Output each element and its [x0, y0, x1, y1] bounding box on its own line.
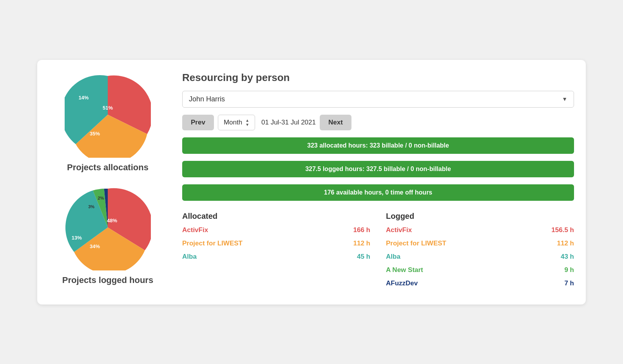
dropdown-arrow-icon: ▼: [562, 96, 567, 102]
main-card: 51% 35% 14% Projects allocations: [37, 60, 586, 305]
project-name-liwest-logged: Project for LIWEST: [386, 240, 446, 247]
list-item: ActivFix 166 h: [182, 226, 370, 234]
allocations-chart-container: 51% 35% 14% Projects allocations: [65, 72, 151, 173]
project-hours-activfix-alloc: 166 h: [353, 226, 370, 234]
next-button[interactable]: Next: [320, 115, 351, 130]
allocations-pie-svg: [65, 72, 151, 158]
project-hours-liwest-logged: 112 h: [557, 240, 574, 247]
logged-col-header: Logged: [386, 212, 574, 221]
list-item: AFuzzDev 7 h: [386, 279, 574, 287]
list-item: A New Start 9 h: [386, 266, 574, 274]
logged-chart-container: 48% 34% 13% 3% 2% Projects logged hours: [62, 184, 153, 285]
logged-column: Logged ActivFix 156.5 h Project for LIWE…: [386, 212, 574, 293]
logged-pie: 48% 34% 13% 3% 2%: [65, 184, 151, 270]
project-hours-afuzz-logged: 7 h: [564, 279, 574, 287]
period-arrows-icon: ▲▼: [245, 118, 249, 127]
project-name-activfix-logged: ActivFix: [386, 226, 412, 234]
right-panel: Resourcing by person John Harris ▼ Prev …: [182, 72, 574, 293]
project-name-afuzz-logged: AFuzzDev: [386, 279, 418, 287]
person-selector[interactable]: John Harris ▼: [182, 91, 574, 108]
logged-pie-svg: [65, 184, 151, 270]
logged-chart-title: Projects logged hours: [62, 275, 153, 285]
allocated-hours-bar: 323 allocated hours: 323 billable / 0 no…: [182, 137, 574, 154]
allocations-chart-title: Projects allocations: [67, 162, 149, 173]
allocated-column: Allocated ActivFix 166 h Project for LIW…: [182, 212, 370, 293]
period-selector[interactable]: Month ▲▼: [218, 115, 255, 130]
project-name-liwest-alloc: Project for LIWEST: [182, 240, 243, 247]
project-name-newstart-logged: A New Start: [386, 266, 423, 274]
project-hours-newstart-logged: 9 h: [564, 266, 574, 274]
page-title: Resourcing by person: [182, 72, 574, 84]
available-hours-bar: 176 available hours, 0 time off hours: [182, 184, 574, 201]
person-name: John Harris: [189, 95, 225, 103]
project-hours-alba-logged: 43 h: [561, 253, 574, 261]
list-item: Alba 45 h: [182, 253, 370, 261]
logged-hours-bar: 327.5 logged hours: 327.5 billable / 0 n…: [182, 161, 574, 177]
period-label: Month: [224, 119, 242, 126]
navigation-bar: Prev Month ▲▼ 01 Jul-31 Jul 2021 Next: [182, 115, 574, 130]
list-item: Alba 43 h: [386, 253, 574, 261]
projects-table: Allocated ActivFix 166 h Project for LIW…: [182, 212, 574, 293]
left-panel: 51% 35% 14% Projects allocations: [49, 72, 167, 293]
project-name-alba-alloc: Alba: [182, 253, 197, 261]
project-hours-alba-alloc: 45 h: [357, 253, 370, 261]
prev-button[interactable]: Prev: [182, 115, 214, 130]
allocated-col-header: Allocated: [182, 212, 370, 221]
project-hours-liwest-alloc: 112 h: [353, 240, 370, 247]
list-item: Project for LIWEST 112 h: [182, 240, 370, 247]
project-name-activfix-alloc: ActivFix: [182, 226, 208, 234]
project-hours-activfix-logged: 156.5 h: [551, 226, 574, 234]
project-name-alba-logged: Alba: [386, 253, 400, 261]
allocations-pie: 51% 35% 14%: [65, 72, 151, 158]
list-item: ActivFix 156.5 h: [386, 226, 574, 234]
date-range-label: 01 Jul-31 Jul 2021: [261, 119, 316, 126]
list-item: Project for LIWEST 112 h: [386, 240, 574, 247]
